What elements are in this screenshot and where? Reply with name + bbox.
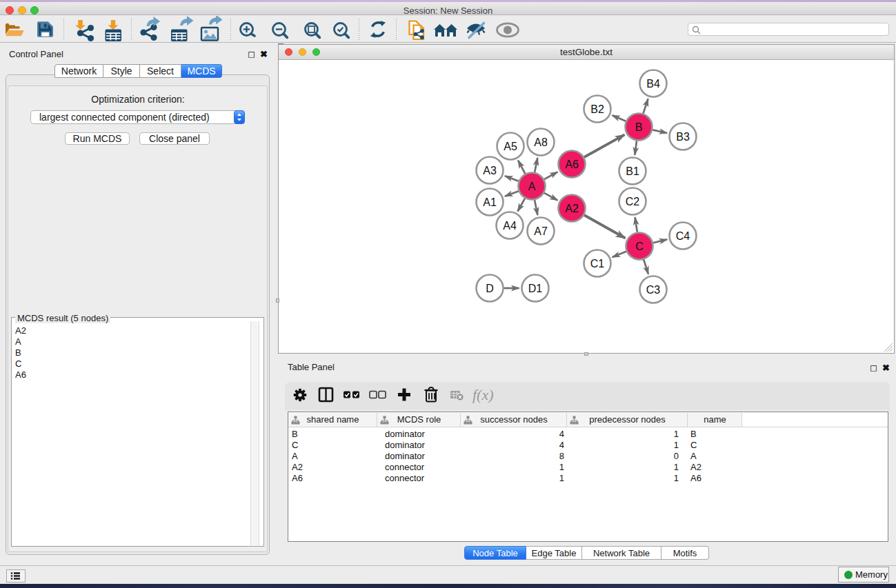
svg-text:C3: C3: [646, 284, 661, 296]
svg-text:A4: A4: [503, 220, 517, 232]
svg-text:A7: A7: [534, 225, 548, 237]
svg-text:f(x): f(x): [472, 386, 494, 403]
svg-text:C2: C2: [626, 196, 640, 207]
svg-text:A8: A8: [534, 136, 548, 148]
svg-text:B1: B1: [626, 165, 639, 177]
svg-text:A: A: [528, 181, 536, 192]
svg-text:C: C: [635, 241, 644, 252]
svg-text:D: D: [486, 283, 494, 294]
svg-text:A6: A6: [565, 159, 579, 170]
svg-text:B: B: [635, 121, 643, 133]
svg-text:C1: C1: [590, 258, 605, 270]
svg-text:D1: D1: [528, 283, 543, 294]
svg-text:C4: C4: [676, 230, 690, 242]
svg-text:A5: A5: [504, 141, 517, 152]
svg-text:B3: B3: [676, 131, 690, 143]
svg-text:A3: A3: [483, 165, 497, 176]
svg-text:B4: B4: [646, 78, 660, 90]
svg-text:B2: B2: [590, 103, 604, 115]
svg-text:A2: A2: [565, 203, 579, 214]
svg-text:A1: A1: [483, 196, 497, 208]
